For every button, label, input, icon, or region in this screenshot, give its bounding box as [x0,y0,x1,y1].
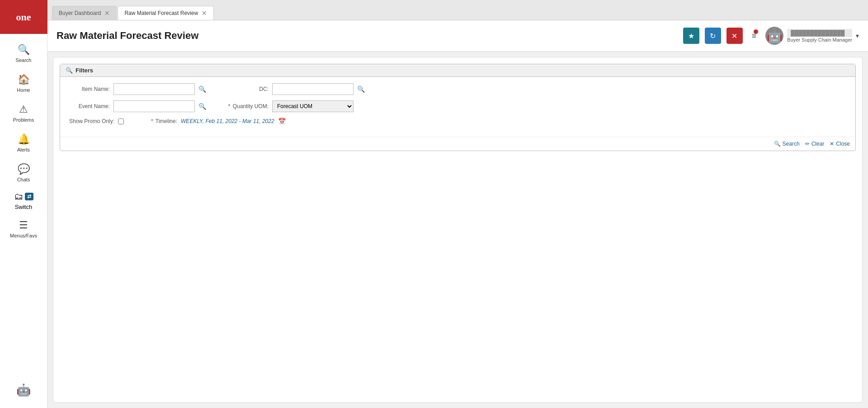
home-icon: 🏠 [18,74,30,85]
sidebar-item-switch-label: Switch [15,204,32,210]
timeline-required-star: * [151,118,153,124]
layers-icon: 🗂 [14,191,23,202]
clear-link-label: Clear [811,141,825,147]
timeline-value: WEEKLY, Feb 11, 2022 - Mar 11, 2022 [181,118,274,124]
sidebar-bottom: 🤖 [13,378,34,408]
sidebar-item-search[interactable]: 🔍 Search [0,38,47,68]
quantity-uom-label: * Quantity UOM: [228,103,269,109]
sidebar: one 🔍 Search 🏠 Home ⚠ Problems 🔔 Alerts … [0,0,47,408]
switch-badge: ⇄ [25,193,33,200]
close-icon: ✕ [731,32,737,40]
clear-icon: ✏ [805,141,810,147]
user-role: Buyer Supply Chain Manager [787,37,852,43]
notification-badge [754,29,758,34]
item-name-input[interactable] [113,83,195,95]
tab-raw-material-close[interactable]: ✕ [202,10,207,16]
close-link-label: Close [836,141,850,147]
refresh-icon: ↻ [710,32,716,40]
sidebar-item-search-label: Search [16,57,32,63]
close-link[interactable]: ✕ Close [830,141,850,147]
sidebar-item-chats[interactable]: 💬 Chats [0,158,47,188]
warning-icon: ⚠ [19,104,28,115]
sidebar-item-alerts[interactable]: 🔔 Alerts [0,128,47,158]
page-title: Raw Material Forecast Review [57,30,678,42]
item-name-label: Item Name: [69,86,110,92]
user-section[interactable]: 🤖 ██████████████ Buyer Supply Chain Mana… [765,27,859,45]
quantity-uom-label-text: Quantity UOM: [233,103,269,109]
sidebar-avatar[interactable]: 🤖 [13,378,34,403]
avatar-robot-icon: 🤖 [767,28,783,43]
bell-icon: 🔔 [18,133,30,145]
tab-buyer-dashboard-label: Buyer Dashboard [59,10,101,16]
sidebar-item-problems-label: Problems [13,117,34,123]
filters-title: Filters [75,67,93,74]
logo-text: one [16,11,31,23]
timeline-label: * Timeline: [146,118,177,124]
sidebar-item-home[interactable]: 🏠 Home [0,68,47,98]
main-area: Buyer Dashboard ✕ Raw Material Forecast … [47,0,868,408]
content-area: 🔍 Filters Item Name: 🔍 DC: 🔍 [53,57,863,403]
search-link[interactable]: 🔍 Search [774,141,800,147]
tab-raw-material-label: Raw Material Forecast Review [124,10,198,16]
search-icon: 🔍 [18,44,30,56]
sidebar-item-menus-label: Menus/Favs [10,233,37,238]
dc-input[interactable] [272,83,354,95]
star-icon: ★ [688,32,694,40]
filter-row-2: Event Name: 🔍 * Quantity UOM: Forecast U… [69,100,846,112]
timeline-label-text: Timeline: [156,118,177,124]
favorite-button[interactable]: ★ [683,28,699,44]
item-name-search-icon[interactable]: 🔍 [198,85,206,93]
quantity-uom-select[interactable]: Forecast UOM Base UOM Order UOM [272,100,354,112]
user-avatar-icon: 🤖 [16,383,31,397]
close-button[interactable]: ✕ [726,28,743,44]
sidebar-item-menus[interactable]: ☰ Menus/Favs [0,214,47,244]
dc-label: DC: [228,86,269,92]
filters-body: Item Name: 🔍 DC: 🔍 Event Name: 🔍 [60,77,855,137]
user-avatar: 🤖 [765,27,783,45]
menu-icon: ☰ [19,219,28,231]
filter-search-icon: 🔍 [66,67,73,74]
dc-search-icon[interactable]: 🔍 [357,85,365,93]
filter-row-1: Item Name: 🔍 DC: 🔍 [69,83,846,95]
user-name: ██████████████ [787,29,852,37]
tab-raw-material[interactable]: Raw Material Forecast Review ✕ [118,6,214,20]
sidebar-item-chats-label: Chats [17,177,30,182]
menu-button[interactable]: ≡ [748,29,760,43]
filters-actions: 🔍 Search ✏ Clear ✕ Close [60,137,855,151]
search-action-icon: 🔍 [774,141,781,147]
close-x-icon: ✕ [830,141,834,147]
filters-header: 🔍 Filters [60,64,855,77]
required-star: * [228,103,231,109]
show-promo-checkbox[interactable] [118,119,124,124]
dropdown-arrow-icon[interactable]: ▾ [856,32,859,39]
app-logo[interactable]: one [0,0,47,34]
tab-bar: Buyer Dashboard ✕ Raw Material Forecast … [47,0,868,20]
event-name-label: Event Name: [69,103,110,109]
page-header: Raw Material Forecast Review ★ ↻ ✕ ≡ 🤖 █… [47,20,868,52]
event-name-search-icon[interactable]: 🔍 [198,103,206,110]
refresh-button[interactable]: ↻ [705,28,721,44]
search-link-label: Search [783,141,800,147]
event-name-input[interactable] [113,100,195,112]
tab-buyer-dashboard[interactable]: Buyer Dashboard ✕ [52,6,117,20]
tab-buyer-dashboard-close[interactable]: ✕ [104,10,110,16]
sidebar-item-switch[interactable]: 🗂 ⇄ Switch [0,188,47,214]
filter-row-3: Show Promo Only: * Timeline: WEEKLY, Feb… [69,118,846,125]
clear-link[interactable]: ✏ Clear [805,141,825,147]
sidebar-item-home-label: Home [17,87,30,93]
show-promo-label: Show Promo Only: [69,118,114,124]
filters-panel: 🔍 Filters Item Name: 🔍 DC: 🔍 [60,64,856,151]
calendar-icon[interactable]: 📅 [278,118,286,125]
sidebar-item-alerts-label: Alerts [17,147,30,152]
user-info: ██████████████ Buyer Supply Chain Manage… [787,29,852,43]
sidebar-item-problems[interactable]: ⚠ Problems [0,98,47,128]
chat-icon: 💬 [18,163,30,175]
